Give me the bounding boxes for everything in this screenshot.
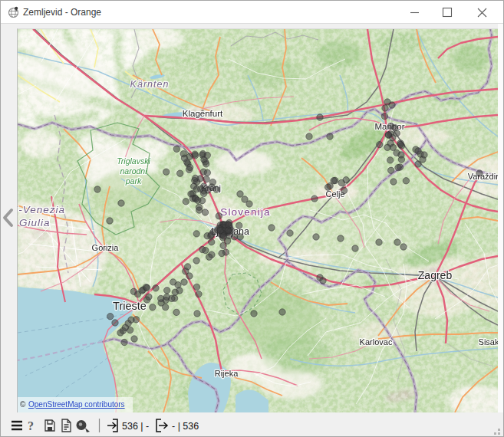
svg-text:Gorizia: Gorizia [92, 243, 120, 252]
svg-text:536 | -: 536 | - [122, 421, 149, 432]
svg-text:narodni: narodni [120, 166, 147, 176]
svg-text:Klagenfurt: Klagenfurt [183, 109, 223, 118]
svg-text:Friuli-Venezia: Friuli-Venezia [18, 204, 65, 215]
svg-text:Triglavski: Triglavski [117, 156, 150, 166]
svg-text:?: ? [28, 419, 34, 432]
svg-text:Giulia: Giulia [19, 217, 51, 228]
svg-text:Zagreb: Zagreb [418, 269, 453, 281]
svg-text:OpenStreetMap contributors: OpenStreetMap contributors [28, 400, 125, 409]
svg-text:Slovenija: Slovenija [220, 206, 271, 218]
svg-text:park: park [125, 176, 142, 186]
svg-text:Rijeka: Rijeka [215, 369, 239, 378]
svg-text:©: © [20, 400, 26, 409]
svg-text:Kärnten: Kärnten [130, 79, 170, 90]
svg-text:- | 536: - | 536 [172, 421, 199, 432]
svg-text:Trieste: Trieste [113, 300, 147, 312]
svg-text:Karlovac: Karlovac [360, 337, 393, 347]
svg-text:Sisak: Sisak [479, 337, 498, 347]
